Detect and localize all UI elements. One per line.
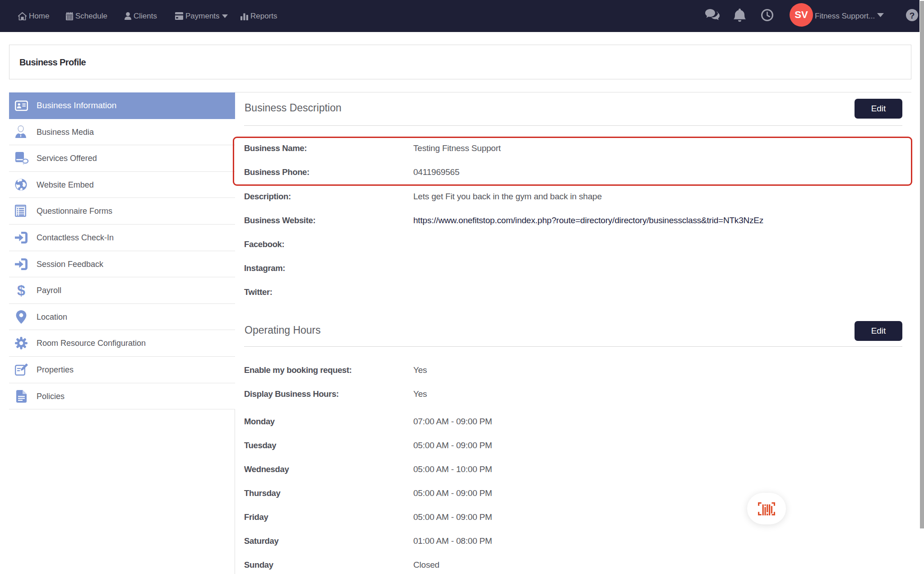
svg-text:$: $ xyxy=(17,283,25,298)
svg-text:?: ? xyxy=(910,11,915,20)
